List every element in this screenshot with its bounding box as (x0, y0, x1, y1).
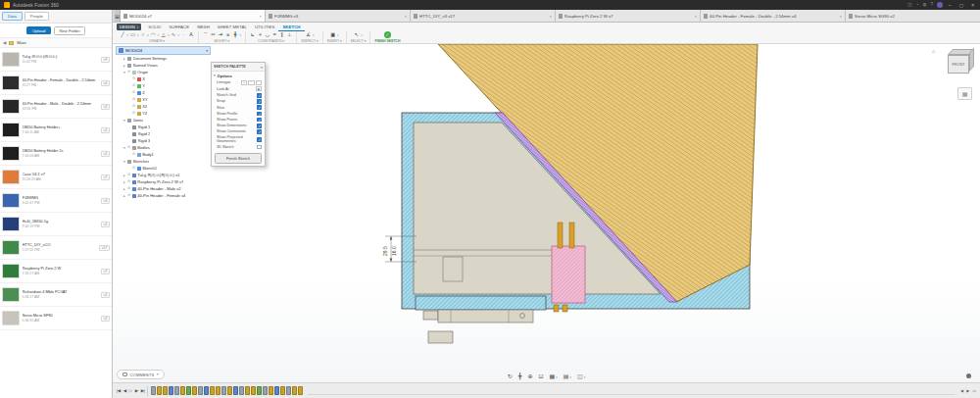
dimension-value-2[interactable]: 16.0 (391, 246, 397, 256)
tangent-constraint-icon[interactable]: ◡ (265, 32, 270, 37)
timeline-feature-icon[interactable] (274, 386, 279, 395)
visibility-eye-icon[interactable]: ⊙ (132, 153, 135, 157)
arc-icon[interactable]: ◠ (150, 32, 156, 37)
servo-assembly-section[interactable] (423, 310, 533, 343)
timeline-feature-icon[interactable] (221, 386, 226, 395)
list-item[interactable]: Raspberry Pi Zero 2 W7:26:17 AMv7 (0, 260, 112, 283)
caret-icon[interactable]: ▾ (122, 146, 126, 150)
version-badge[interactable]: v9 (101, 57, 110, 63)
dimension-value[interactable]: 29.5 (382, 246, 388, 256)
timeline-track[interactable] (308, 386, 956, 395)
dropdown-caret-icon[interactable]: ▾ (147, 33, 148, 37)
browser-node[interactable]: ▸Named Views (116, 62, 211, 69)
timeline-feature-icon[interactable] (263, 386, 268, 395)
timeline-feature-icon[interactable] (227, 386, 232, 395)
timeline-feature-icon[interactable] (174, 386, 179, 395)
timeline-feature-icon[interactable] (298, 386, 303, 395)
browser-node[interactable]: ▸⊙Raspberry Pi Zero 2 W v7 (116, 178, 211, 185)
timeline-step-back-button[interactable]: ◀ (123, 388, 126, 393)
measure-icon[interactable]: ∡ (306, 32, 312, 37)
browser-node[interactable]: ⊙Y (116, 82, 211, 89)
visibility-eye-icon[interactable]: ⊙ (132, 112, 135, 116)
sketch-grid-checkbox[interactable]: ✓ (257, 93, 262, 98)
insert-icon[interactable]: ▣ (330, 32, 336, 37)
dropdown-caret-icon[interactable]: ▾ (362, 33, 363, 37)
visibility-eye-icon[interactable]: ⊙ (127, 187, 130, 191)
help-icon[interactable]: ? (930, 3, 933, 8)
workspace-selector[interactable]: DESIGN ▾ (117, 24, 141, 30)
parallel-constraint-icon[interactable]: ∥ (279, 32, 285, 37)
timeline-feature-icon[interactable] (269, 386, 273, 395)
document-tab[interactable]: MOD024 v7× (121, 10, 266, 22)
version-badge[interactable]: v7 (101, 269, 110, 274)
equal-constraint-icon[interactable]: = (271, 32, 277, 37)
list-item[interactable]: Hc4t_18650-1g9:40:19 PMv1 (0, 213, 112, 236)
visibility-eye-icon[interactable]: ⊙ (127, 194, 130, 198)
dropdown-caret-icon[interactable]: ▾ (239, 33, 240, 37)
linetype-option-icon[interactable]: ─ (241, 80, 248, 85)
browser-node[interactable]: ▸⊙40-Pin Header - Female v4 (116, 192, 211, 199)
list-item[interactable]: 40-Pin Header - Male - Double - 2.54mm10… (0, 95, 112, 119)
ribbon-tab-utilities[interactable]: UTILITIES (251, 23, 279, 31)
timeline-feature-icon[interactable] (245, 386, 250, 395)
caret-icon[interactable]: ▾ (122, 71, 126, 75)
browser-root-node[interactable]: MOD024 ▾ (116, 46, 211, 55)
timeline-feature-icon[interactable] (280, 386, 285, 395)
document-tab[interactable]: F18WMG v3× (266, 10, 411, 22)
version-badge[interactable]: v1 (101, 292, 110, 298)
timeline-feature-icon[interactable] (192, 386, 197, 395)
browser-node[interactable]: ⊙YZ (116, 110, 211, 117)
timeline-feature-icon[interactable] (169, 386, 173, 395)
timeline-feature-icon[interactable] (180, 386, 185, 395)
browser-node[interactable]: ⊙XY (116, 96, 211, 103)
view-cube[interactable]: ⌂ FRONT (934, 47, 975, 84)
group-label-constraints[interactable]: CONSTRAINTS ▾ (258, 39, 284, 43)
list-item[interactable]: Servo Micro SF905:56:31 AMv2 (0, 307, 112, 330)
coincident-constraint-icon[interactable]: ⌖ (257, 32, 263, 37)
timeline-feature-icon[interactable] (198, 386, 203, 395)
timeline-feature-icon[interactable] (239, 386, 244, 395)
ribbon-tab-sketch[interactable]: SKETCH (278, 23, 304, 31)
palette-options-section[interactable]: ▾ Options (212, 72, 265, 79)
version-badge[interactable]: v1 (101, 222, 110, 227)
close-tab-icon[interactable]: × (404, 14, 407, 19)
browser-node[interactable]: ⊙X (116, 75, 211, 82)
ribbon-tab-surface[interactable]: SURFACE (165, 23, 193, 31)
list-item[interactable]: Richardson 4 Mble PCVAT5:26:17 AMv1 (0, 283, 112, 307)
comments-button[interactable]: COMMENTS ▾ (117, 370, 165, 379)
text-icon[interactable]: A (188, 32, 194, 37)
timeline-play-button[interactable]: ▷ (129, 388, 132, 393)
dropdown-caret-icon[interactable]: ▾ (127, 33, 128, 37)
list-item[interactable]: TuLg 케이스(케이스)11:42 PMv9 (0, 48, 112, 72)
version-badge[interactable]: v17 (99, 245, 110, 251)
list-item[interactable]: HTTC_DIY_vCO5:27:55 PMv17 (0, 236, 112, 260)
timeline-end-button[interactable]: ▶| (141, 388, 145, 393)
timeline-feature-icon[interactable] (233, 386, 238, 395)
caret-icon[interactable]: ▸ (122, 187, 126, 191)
linetype-option-icon[interactable]: · (256, 80, 263, 85)
timeline-feature-icon[interactable] (257, 386, 262, 395)
spline-icon[interactable]: ∿ (171, 32, 176, 37)
list-item[interactable]: F18WMG3:41:47 PMv3 (0, 189, 112, 213)
version-badge[interactable]: v3 (101, 198, 110, 204)
zoom-icon[interactable]: ⊕ (528, 373, 533, 379)
caret-icon[interactable]: ▾ (122, 160, 126, 164)
polygon-icon[interactable]: △ (161, 32, 167, 37)
ribbon-tab-sheet-metal[interactable]: SHEET METAL (214, 23, 251, 31)
fillet-icon[interactable]: ⌒ (203, 32, 209, 37)
timeline-feature-icon[interactable] (251, 386, 256, 395)
show-profile-checkbox[interactable]: ✓ (257, 112, 262, 117)
visibility-eye-icon[interactable]: ⊙ (132, 77, 135, 81)
list-item[interactable]: 18650 Battery Holder 2s7:44:03 AMv1 (0, 142, 112, 166)
visibility-eye-icon[interactable]: ⊙ (127, 146, 130, 150)
timeline-feature-icon[interactable] (163, 386, 168, 395)
show-dimensions-checkbox[interactable]: ✓ (257, 124, 262, 128)
timeline-scroll-left-icon[interactable]: ◀ (960, 388, 963, 393)
timeline-start-button[interactable]: |◀ (117, 388, 121, 393)
job-status-icon[interactable]: ◔ (916, 3, 919, 8)
browser-node[interactable]: ▸⊙TuLg 케이스(케이스) v1 (116, 172, 211, 178)
timeline-feature-icon[interactable] (151, 386, 156, 395)
browser-node[interactable]: ▾Joints (116, 117, 211, 124)
data-panel-tab-data[interactable]: Data (2, 12, 23, 21)
fit-icon[interactable]: ⊡ (539, 373, 544, 379)
